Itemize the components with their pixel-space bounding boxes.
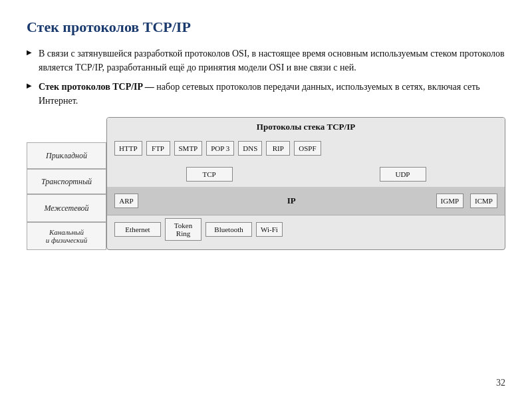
proto-pop3: POP 3 [206,141,234,156]
proto-tcp: TCP [186,167,233,182]
proto-arp: ARP [114,194,138,208]
proto-bluetooth: Bluetooth [205,222,252,237]
diagram-rows: HTTP FTP SMTP POP 3 DNS RIP OSPF TCP UDP… [107,135,505,243]
diagram-title: Протоколы стека TCP/IP [107,118,505,135]
proto-ftp: FTP [146,141,170,156]
bullet-bold-prefix: Стек протоколов TCP/IP — [39,82,154,92]
proto-http: HTTP [114,141,142,156]
proto-dns: DNS [238,141,262,156]
proto-icmp: ICMP [470,194,497,208]
layer-datalink: Канальный и физический [27,222,106,250]
proto-wifi: Wi-Fi [256,222,283,237]
layer-application: Прикладной [27,142,106,169]
datalink-row: Ethernet TokenRing Bluetooth Wi-Fi [107,215,505,243]
bullet-text-1: В связи с затянувшейся разработкой прото… [39,49,505,72]
layer-labels: Прикладной Транспортный Межсетевой Канал… [27,117,106,250]
proto-smtp: SMTP [174,141,203,156]
proto-token-ring: TokenRing [165,218,201,241]
page-title: Стек протоколов TCP/IP [27,19,505,36]
proto-ospf: OSPF [294,141,321,156]
bullet-item-1: В связи с затянувшейся разработкой прото… [27,47,505,74]
proto-ethernet: Ethernet [114,222,161,237]
bullet-list: В связи с затянувшейся разработкой прото… [27,47,505,108]
bullet-item-2: Стек протоколов TCP/IP — набор сетевых п… [27,80,505,108]
tcp-ip-diagram: Прикладной Транспортный Межсетевой Канал… [27,117,505,250]
network-row: ARP IP IGMP ICMP [107,187,505,215]
proto-ip: IP [287,196,296,206]
layer-transport: Транспортный [27,169,106,194]
layer-network: Межсетевой [27,194,106,222]
proto-igmp: IGMP [436,194,464,208]
page-number: 32 [496,378,505,388]
proto-udp: UDP [380,167,426,182]
diagram-main: Протоколы стека TCP/IP HTTP FTP SMTP POP… [106,117,505,250]
transport-row: TCP UDP [107,162,505,187]
application-row: HTTP FTP SMTP POP 3 DNS RIP OSPF [107,135,505,162]
proto-rip: RIP [266,141,290,156]
